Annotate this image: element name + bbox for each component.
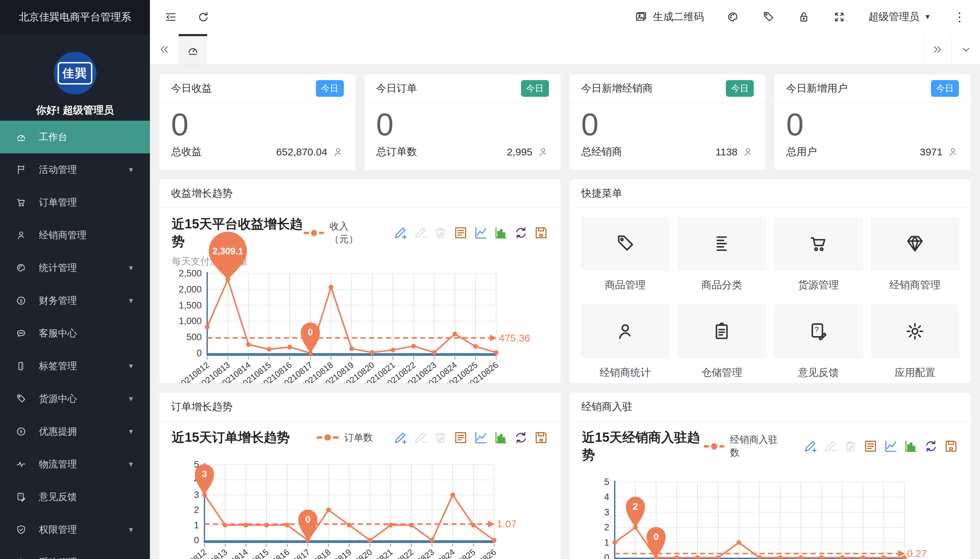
user-menu[interactable]: 超级管理员 ▼ — [868, 10, 931, 24]
sidebar-item-label: 标签管理 — [39, 360, 77, 372]
sidebar-item-label: 意见反馈 — [39, 491, 77, 503]
sidebar-item-货源中心[interactable]: 货源中心▼ — [0, 382, 150, 415]
line-chart-tool-icon[interactable] — [474, 226, 488, 240]
revenue-legend[interactable]: 收入（元） — [304, 220, 373, 246]
line-chart-tool-icon[interactable] — [474, 430, 488, 445]
svg-text:5: 5 — [604, 477, 609, 487]
today-badge: 今日 — [726, 80, 754, 97]
pencil-minus-tool-icon[interactable] — [413, 430, 427, 445]
trash-tool-icon[interactable] — [434, 226, 448, 240]
data-view-tool-icon[interactable] — [454, 430, 468, 445]
sidebar-item-物流管理[interactable]: 物流管理▼ — [0, 448, 150, 481]
sidebar-item-label: 客服中心 — [39, 327, 77, 340]
quick-menu-商品管理[interactable]: 商品管理 — [581, 217, 670, 292]
revenue-line-chart[interactable]: 05001,0001,5002,0002,5002021081220210813… — [172, 268, 548, 383]
save-tool-icon[interactable] — [534, 430, 548, 445]
pencil-add-tool-icon[interactable] — [393, 430, 408, 445]
chevron-down-icon: ▼ — [127, 395, 134, 403]
trash-tool-icon[interactable] — [434, 430, 448, 445]
quick-menu-货源管理[interactable]: 货源管理 — [774, 217, 863, 292]
pencil-minus-tool-icon[interactable] — [413, 226, 427, 240]
restore-tool-icon[interactable] — [514, 430, 528, 445]
orders-line-chart[interactable]: 0123452021081220210813202108142021081520… — [172, 452, 548, 559]
dealers-legend[interactable]: 经销商入驻数 — [704, 433, 783, 459]
orders-legend[interactable]: 订单数 — [317, 431, 373, 444]
save-tool-icon[interactable] — [944, 439, 958, 453]
quick-menu-应用配置[interactable]: 应用配置 — [871, 304, 960, 380]
sidebar-item-系统管理[interactable]: 系统管理▼ — [0, 546, 150, 559]
line-chart-tool-icon[interactable] — [884, 439, 898, 453]
quick-menu-经销商管理[interactable]: 经销商管理 — [871, 217, 960, 292]
quick-menu-商品分类[interactable]: 商品分类 — [677, 217, 767, 292]
pencil-minus-tool-icon[interactable] — [823, 439, 838, 453]
generate-qrcode-button[interactable]: 生成二维码 — [635, 10, 704, 24]
svg-text:2: 2 — [604, 522, 609, 533]
sidebar-item-财务管理[interactable]: $财务管理▼ — [0, 284, 150, 317]
sidebar-item-经销商管理[interactable]: 经销商管理 — [0, 219, 150, 251]
svg-text:0: 0 — [305, 514, 310, 524]
data-view-tool-icon[interactable] — [454, 226, 468, 240]
today-badge: 今日 — [316, 80, 344, 97]
chevron-down-icon: ▼ — [127, 460, 134, 468]
theme-palette-icon[interactable] — [726, 11, 739, 23]
bar-chart-tool-icon[interactable] — [904, 439, 918, 453]
svg-text:2,000: 2,000 — [178, 284, 202, 294]
svg-text:500: 500 — [186, 332, 202, 342]
sidebar-item-label: 经销商管理 — [39, 229, 87, 241]
sidebar-item-label: 优惠提拥 — [39, 425, 77, 438]
menu-fold-icon[interactable] — [164, 11, 177, 23]
quick-menu-经销商统计[interactable]: 经销商统计 — [581, 304, 670, 380]
tag-icon[interactable] — [762, 11, 775, 23]
sidebar-item-权限管理[interactable]: 权限管理▼ — [0, 513, 150, 546]
fullscreen-icon[interactable] — [833, 11, 846, 23]
legend-symbol — [704, 445, 709, 448]
svg-text:4: 4 — [604, 492, 609, 502]
quick-menu-意见反馈[interactable]: ? 意见反馈 — [774, 304, 863, 380]
panel-orders-trend: 订单增长趋势 近15天订单增长趋势 订单数 012345202108122021… — [160, 393, 561, 559]
save-tool-icon[interactable] — [534, 226, 548, 240]
cart-icon — [774, 217, 863, 271]
feedback-icon: ? — [16, 491, 26, 503]
stat-card-title: 今日收益 — [171, 81, 212, 96]
legend-symbol — [333, 436, 339, 439]
sidebar-item-统计管理[interactable]: 统计管理▼ — [0, 251, 150, 284]
restore-tool-icon[interactable] — [924, 439, 938, 453]
svg-text:1: 1 — [194, 520, 199, 530]
sidebar-item-标签管理[interactable]: 标签管理▼ — [0, 350, 150, 382]
more-options-icon[interactable]: ⋮ — [954, 11, 966, 23]
sidebar-item-订单管理[interactable]: 订单管理 — [0, 186, 150, 219]
sidebar-item-label: 物流管理 — [39, 458, 77, 471]
trash-tool-icon[interactable] — [843, 439, 858, 453]
tabs-scroll-right-icon[interactable] — [923, 34, 951, 64]
tab-bar — [150, 34, 980, 65]
pencil-add-tool-icon[interactable] — [393, 226, 408, 240]
sidebar-item-意见反馈[interactable]: ?意见反馈 — [0, 481, 150, 513]
data-view-tool-icon[interactable] — [863, 439, 878, 453]
chevron-down-icon: ▼ — [127, 526, 134, 534]
feedback-icon: ? — [774, 304, 863, 358]
restore-tool-icon[interactable] — [514, 226, 528, 240]
refresh-icon[interactable] — [197, 11, 210, 23]
pencil-add-tool-icon[interactable] — [803, 439, 817, 453]
svg-text:0.27: 0.27 — [907, 548, 927, 559]
sidebar-item-活动管理[interactable]: 活动管理▼ — [0, 154, 150, 186]
tabs-dropdown-icon[interactable] — [951, 34, 980, 64]
sidebar-item-优惠提拥[interactable]: ¥优惠提拥▼ — [0, 415, 150, 448]
svg-text:3: 3 — [202, 469, 207, 479]
tabs-scroll-left-icon[interactable] — [150, 34, 178, 64]
sidebar-item-工作台[interactable]: 工作台 — [0, 121, 150, 154]
dealers-line-chart[interactable]: 0123452021081220210813202108142021081520… — [582, 470, 958, 559]
bar-chart-tool-icon[interactable] — [494, 430, 508, 445]
svg-text:2: 2 — [633, 501, 638, 512]
chevron-down-icon: ▼ — [127, 166, 134, 174]
svg-text:20210812: 20210812 — [172, 547, 208, 559]
bar-chart-tool-icon[interactable] — [494, 226, 508, 240]
tab-dashboard[interactable] — [178, 34, 207, 64]
lock-icon[interactable] — [797, 11, 810, 23]
quick-menu-仓储管理[interactable]: 仓储管理 — [677, 304, 767, 380]
sidebar-item-客服中心[interactable]: 客服中心 — [0, 317, 150, 350]
orders-toolbox — [393, 430, 548, 445]
shield-icon — [16, 524, 26, 535]
sidebar-item-label: 系统管理 — [39, 556, 77, 559]
stat-footer-label: 总收益 — [171, 145, 202, 159]
